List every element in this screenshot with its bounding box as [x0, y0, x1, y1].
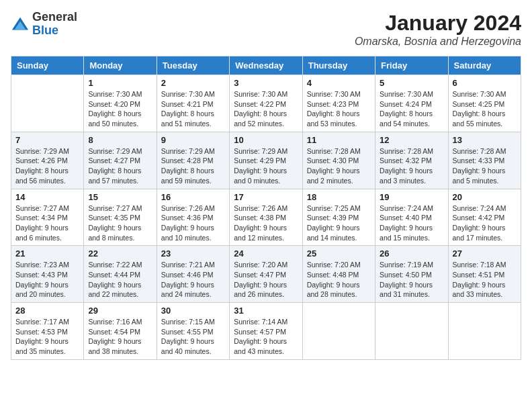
calendar-cell — [448, 303, 521, 360]
day-info: Sunrise: 7:23 AMSunset: 4:43 PMDaylight:… — [15, 260, 79, 300]
calendar-weekday-monday: Monday — [84, 56, 157, 75]
day-info: Sunrise: 7:14 AMSunset: 4:57 PMDaylight:… — [234, 317, 298, 357]
day-number: 11 — [307, 135, 371, 145]
calendar-cell: 7Sunrise: 7:29 AMSunset: 4:26 PMDaylight… — [11, 132, 84, 189]
calendar-cell: 30Sunrise: 7:15 AMSunset: 4:55 PMDayligh… — [157, 303, 229, 360]
calendar-cell: 15Sunrise: 7:27 AMSunset: 4:35 PMDayligh… — [84, 189, 157, 246]
calendar-cell: 8Sunrise: 7:29 AMSunset: 4:27 PMDaylight… — [84, 132, 157, 189]
logo-general: General — [32, 11, 77, 24]
day-number: 3 — [234, 78, 298, 88]
calendar-cell: 12Sunrise: 7:28 AMSunset: 4:32 PMDayligh… — [375, 132, 448, 189]
day-info: Sunrise: 7:30 AMSunset: 4:25 PMDaylight:… — [453, 89, 517, 129]
day-info: Sunrise: 7:30 AMSunset: 4:21 PMDaylight:… — [161, 89, 225, 129]
calendar-week-row: 7Sunrise: 7:29 AMSunset: 4:26 PMDaylight… — [11, 132, 521, 189]
calendar-weekday-saturday: Saturday — [448, 56, 521, 75]
day-number: 13 — [453, 135, 517, 145]
day-number: 2 — [161, 78, 225, 88]
day-number: 18 — [307, 192, 371, 202]
calendar-cell: 6Sunrise: 7:30 AMSunset: 4:25 PMDaylight… — [448, 75, 521, 132]
calendar-cell: 16Sunrise: 7:26 AMSunset: 4:36 PMDayligh… — [157, 189, 229, 246]
day-number: 20 — [453, 192, 517, 202]
day-number: 31 — [234, 306, 298, 316]
day-info: Sunrise: 7:27 AMSunset: 4:35 PMDaylight:… — [88, 203, 152, 243]
calendar-cell: 28Sunrise: 7:17 AMSunset: 4:53 PMDayligh… — [11, 303, 84, 360]
calendar-week-row: 28Sunrise: 7:17 AMSunset: 4:53 PMDayligh… — [11, 303, 521, 360]
subtitle: Omarska, Bosnia and Herzegovina — [355, 36, 521, 48]
day-number: 15 — [88, 192, 152, 202]
calendar-cell: 25Sunrise: 7:20 AMSunset: 4:48 PMDayligh… — [302, 246, 375, 303]
day-info: Sunrise: 7:29 AMSunset: 4:27 PMDaylight:… — [88, 146, 152, 186]
calendar-cell: 23Sunrise: 7:21 AMSunset: 4:46 PMDayligh… — [157, 246, 229, 303]
calendar-cell: 31Sunrise: 7:14 AMSunset: 4:57 PMDayligh… — [230, 303, 302, 360]
title-block: January 2024 Omarska, Bosnia and Herzego… — [355, 11, 521, 48]
calendar-cell — [375, 303, 448, 360]
calendar-cell: 13Sunrise: 7:28 AMSunset: 4:33 PMDayligh… — [448, 132, 521, 189]
calendar-weekday-thursday: Thursday — [302, 56, 375, 75]
logo-blue: Blue — [32, 24, 77, 38]
calendar-cell: 21Sunrise: 7:23 AMSunset: 4:43 PMDayligh… — [11, 246, 84, 303]
day-number: 24 — [234, 248, 298, 259]
calendar-cell — [11, 75, 84, 132]
calendar-cell: 27Sunrise: 7:18 AMSunset: 4:51 PMDayligh… — [448, 246, 521, 303]
day-number: 5 — [380, 78, 443, 88]
day-number: 16 — [161, 192, 225, 202]
logo-text: General Blue — [32, 11, 77, 38]
calendar-cell: 1Sunrise: 7:30 AMSunset: 4:20 PMDaylight… — [84, 75, 157, 132]
day-info: Sunrise: 7:30 AMSunset: 4:23 PMDaylight:… — [307, 89, 371, 129]
day-info: Sunrise: 7:21 AMSunset: 4:46 PMDaylight:… — [161, 260, 225, 300]
day-number: 26 — [380, 248, 443, 259]
day-number: 12 — [380, 135, 443, 145]
calendar-week-row: 1Sunrise: 7:30 AMSunset: 4:20 PMDaylight… — [11, 75, 521, 132]
calendar-weekday-wednesday: Wednesday — [230, 56, 302, 75]
day-info: Sunrise: 7:20 AMSunset: 4:48 PMDaylight:… — [307, 260, 371, 300]
calendar-cell: 29Sunrise: 7:16 AMSunset: 4:54 PMDayligh… — [84, 303, 157, 360]
calendar-cell: 14Sunrise: 7:27 AMSunset: 4:34 PMDayligh… — [11, 189, 84, 246]
day-number: 30 — [161, 306, 225, 316]
logo-icon — [11, 16, 30, 35]
day-info: Sunrise: 7:25 AMSunset: 4:39 PMDaylight:… — [307, 203, 371, 243]
calendar-table: SundayMondayTuesdayWednesdayThursdayFrid… — [11, 56, 521, 360]
calendar-cell: 11Sunrise: 7:28 AMSunset: 4:30 PMDayligh… — [302, 132, 375, 189]
calendar-week-row: 21Sunrise: 7:23 AMSunset: 4:43 PMDayligh… — [11, 246, 521, 303]
day-number: 9 — [161, 135, 225, 145]
day-info: Sunrise: 7:15 AMSunset: 4:55 PMDaylight:… — [161, 317, 225, 357]
calendar-cell: 17Sunrise: 7:26 AMSunset: 4:38 PMDayligh… — [230, 189, 302, 246]
day-info: Sunrise: 7:28 AMSunset: 4:30 PMDaylight:… — [307, 146, 371, 186]
day-number: 10 — [234, 135, 298, 145]
day-info: Sunrise: 7:16 AMSunset: 4:54 PMDaylight:… — [88, 317, 152, 357]
day-info: Sunrise: 7:24 AMSunset: 4:40 PMDaylight:… — [380, 203, 443, 243]
calendar-cell: 10Sunrise: 7:29 AMSunset: 4:29 PMDayligh… — [230, 132, 302, 189]
day-info: Sunrise: 7:26 AMSunset: 4:38 PMDaylight:… — [234, 203, 298, 243]
day-number: 7 — [15, 135, 79, 145]
calendar-weekday-tuesday: Tuesday — [157, 56, 229, 75]
day-number: 4 — [307, 78, 371, 88]
day-info: Sunrise: 7:29 AMSunset: 4:26 PMDaylight:… — [15, 146, 79, 186]
day-info: Sunrise: 7:26 AMSunset: 4:36 PMDaylight:… — [161, 203, 225, 243]
day-info: Sunrise: 7:22 AMSunset: 4:44 PMDaylight:… — [88, 260, 152, 300]
logo: General Blue — [11, 11, 77, 38]
day-info: Sunrise: 7:27 AMSunset: 4:34 PMDaylight:… — [15, 203, 79, 243]
day-info: Sunrise: 7:18 AMSunset: 4:51 PMDaylight:… — [453, 260, 517, 300]
day-info: Sunrise: 7:30 AMSunset: 4:24 PMDaylight:… — [380, 89, 443, 129]
page-header: General Blue January 2024 Omarska, Bosni… — [11, 11, 521, 48]
calendar-cell: 4Sunrise: 7:30 AMSunset: 4:23 PMDaylight… — [302, 75, 375, 132]
calendar-cell: 24Sunrise: 7:20 AMSunset: 4:47 PMDayligh… — [230, 246, 302, 303]
day-number: 17 — [234, 192, 298, 202]
calendar-cell: 2Sunrise: 7:30 AMSunset: 4:21 PMDaylight… — [157, 75, 229, 132]
day-number: 6 — [453, 78, 517, 88]
calendar-cell — [302, 303, 375, 360]
day-number: 19 — [380, 192, 443, 202]
day-info: Sunrise: 7:30 AMSunset: 4:22 PMDaylight:… — [234, 89, 298, 129]
day-number: 25 — [307, 248, 371, 259]
day-info: Sunrise: 7:29 AMSunset: 4:28 PMDaylight:… — [161, 146, 225, 186]
day-info: Sunrise: 7:28 AMSunset: 4:33 PMDaylight:… — [453, 146, 517, 186]
day-info: Sunrise: 7:30 AMSunset: 4:20 PMDaylight:… — [88, 89, 152, 129]
calendar-cell: 19Sunrise: 7:24 AMSunset: 4:40 PMDayligh… — [375, 189, 448, 246]
day-info: Sunrise: 7:17 AMSunset: 4:53 PMDaylight:… — [15, 317, 79, 357]
day-number: 22 — [88, 248, 152, 259]
calendar-cell: 20Sunrise: 7:24 AMSunset: 4:42 PMDayligh… — [448, 189, 521, 246]
day-number: 29 — [88, 306, 152, 316]
day-number: 1 — [88, 78, 152, 88]
day-number: 23 — [161, 248, 225, 259]
calendar-cell: 5Sunrise: 7:30 AMSunset: 4:24 PMDaylight… — [375, 75, 448, 132]
